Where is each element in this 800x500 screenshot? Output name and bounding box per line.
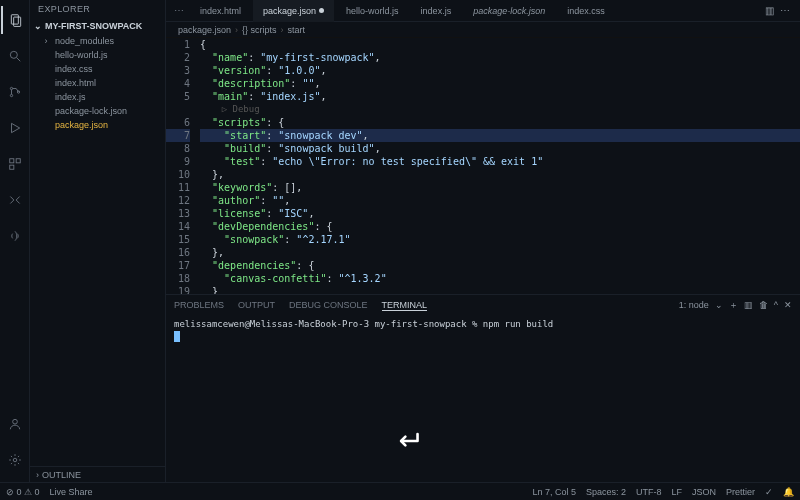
tree-item-hello-world-js[interactable]: hello-world.js (40, 48, 165, 62)
code-line[interactable]: "snowpack": "^2.17.1" (200, 233, 800, 246)
code-line[interactable]: "test": "echo \"Error: no test specified… (200, 155, 800, 168)
terminal-shell-label[interactable]: 1: node (679, 300, 709, 310)
sidebar-folder[interactable]: ⌄MY-FIRST-SNOWPACK (30, 18, 165, 34)
terminal[interactable]: melissamcewen@Melissas-MacBook-Pro-3 my-… (166, 315, 800, 482)
svg-rect-10 (9, 165, 13, 169)
code-line[interactable]: } (200, 285, 800, 294)
chevron-down-icon[interactable]: ⌄ (715, 300, 723, 310)
search-icon[interactable] (1, 42, 29, 70)
status-item[interactable]: Live Share (50, 487, 93, 497)
code-line[interactable]: "start": "snowpack dev", (200, 129, 800, 142)
close-panel-icon[interactable]: ✕ (784, 300, 792, 310)
status-item[interactable]: ✓ (765, 487, 773, 497)
code-line[interactable]: "name": "my-first-snowpack", (200, 51, 800, 64)
explorer-icon[interactable] (1, 6, 29, 34)
chevron-right-icon: › (281, 25, 284, 35)
status-item[interactable]: Spaces: 2 (586, 487, 626, 497)
maximize-panel-icon[interactable]: ^ (774, 300, 778, 310)
code-line[interactable]: "version": "1.0.0", (200, 64, 800, 77)
status-item[interactable]: ⊘ 0 ⚠ 0 (6, 487, 40, 497)
tab-label: index.html (200, 6, 241, 16)
tree-item-node_modules[interactable]: ›node_modules (40, 34, 165, 48)
status-item[interactable]: Ln 7, Col 5 (532, 487, 576, 497)
tree-item-index-css[interactable]: index.css (40, 62, 165, 76)
code-line[interactable]: "scripts": { (200, 116, 800, 129)
status-item[interactable]: JSON (692, 487, 716, 497)
tab-index-html[interactable]: index.html (190, 0, 251, 22)
code-line[interactable]: "build": "snowpack build", (200, 142, 800, 155)
tab-label: package-lock.json (473, 6, 545, 16)
svg-point-12 (13, 458, 17, 462)
status-bar: ⊘ 0 ⚠ 0Live Share Ln 7, Col 5Spaces: 2UT… (0, 482, 800, 500)
source-control-icon[interactable] (1, 78, 29, 106)
code-line[interactable]: "license": "ISC", (200, 207, 800, 220)
breadcrumb-item[interactable]: start (288, 25, 306, 35)
editor-tabs: ⋯ index.htmlpackage.jsonhello-world.jsin… (166, 0, 800, 22)
code-line[interactable]: "canvas-confetti": "^1.3.2" (200, 272, 800, 285)
trash-icon[interactable]: 🗑 (759, 300, 768, 310)
run-debug-icon[interactable] (1, 114, 29, 142)
tab-package-json[interactable]: package.json (253, 0, 334, 22)
status-item[interactable]: Prettier (726, 487, 755, 497)
code-line[interactable]: { (200, 38, 800, 51)
tree-item-package-lock-json[interactable]: package-lock.json (40, 104, 165, 118)
code-line[interactable]: }, (200, 246, 800, 259)
tab-label: package.json (263, 6, 316, 16)
svg-line-3 (16, 58, 20, 62)
code-line[interactable]: "devDependencies": { (200, 220, 800, 233)
tree-item-label: node_modules (55, 36, 114, 46)
tree-item-index-html[interactable]: index.html (40, 76, 165, 90)
chevron-right-icon: › (40, 36, 52, 46)
tab-label: hello-world.js (346, 6, 399, 16)
tree-item-label: hello-world.js (55, 50, 108, 60)
remote-icon[interactable] (1, 186, 29, 214)
liveshare-icon[interactable] (1, 222, 29, 250)
tree-item-label: package-lock.json (55, 106, 127, 116)
extensions-icon[interactable] (1, 150, 29, 178)
code-line[interactable]: "keywords": [], (200, 181, 800, 194)
code-line[interactable]: }, (200, 168, 800, 181)
svg-point-2 (10, 51, 17, 58)
tab-package-lock-json[interactable]: package-lock.json (463, 0, 555, 22)
tree-item-index-js[interactable]: index.js (40, 90, 165, 104)
panel-tab-problems[interactable]: PROBLEMS (174, 300, 224, 310)
tree-item-label: package.json (55, 120, 108, 130)
settings-gear-icon[interactable] (1, 446, 29, 474)
more-icon[interactable]: ⋯ (780, 5, 790, 16)
terminal-cursor (174, 331, 180, 342)
svg-point-4 (10, 87, 12, 89)
tab-hello-world-js[interactable]: hello-world.js (336, 0, 409, 22)
svg-point-11 (12, 419, 17, 424)
panel-tab-output[interactable]: OUTPUT (238, 300, 275, 310)
code-lines[interactable]: { "name": "my-first-snowpack", "version"… (200, 38, 800, 294)
gutter: 12345678910111213141516171819 (166, 38, 200, 294)
code-line[interactable]: "main": "index.js", (200, 90, 800, 103)
code-line[interactable]: "dependencies": { (200, 259, 800, 272)
new-terminal-icon[interactable]: ＋ (729, 299, 738, 312)
code-editor[interactable]: 12345678910111213141516171819 { "name": … (166, 38, 800, 294)
sidebar-title: EXPLORER (30, 0, 165, 18)
breadcrumb-item[interactable]: {} scripts (242, 25, 277, 35)
activity-bar (0, 0, 30, 482)
split-editor-icon[interactable]: ▥ (765, 5, 774, 16)
code-line[interactable]: "author": "", (200, 194, 800, 207)
editor-area: ⋯ index.htmlpackage.jsonhello-world.jsin… (166, 0, 800, 482)
tab-index-css[interactable]: index.css (557, 0, 615, 22)
tab-index-js[interactable]: index.js (411, 0, 462, 22)
svg-rect-9 (16, 159, 20, 163)
breadcrumb[interactable]: package.json›{} scripts›start (166, 22, 800, 38)
split-terminal-icon[interactable]: ▥ (744, 300, 753, 310)
tree-item-package-json[interactable]: package.json (40, 118, 165, 132)
panel-tab-terminal[interactable]: TERMINAL (382, 300, 428, 311)
status-item[interactable]: 🔔 (783, 487, 794, 497)
status-item[interactable]: UTF-8 (636, 487, 662, 497)
svg-rect-1 (13, 17, 20, 26)
code-line[interactable]: ▷ Debug (200, 103, 800, 116)
breadcrumb-item[interactable]: package.json (178, 25, 231, 35)
account-icon[interactable] (1, 410, 29, 438)
chevron-right-icon: › (36, 470, 39, 480)
outline-section[interactable]: ›OUTLINE (30, 466, 165, 482)
code-line[interactable]: "description": "", (200, 77, 800, 90)
status-item[interactable]: LF (671, 487, 682, 497)
panel-tab-debug-console[interactable]: DEBUG CONSOLE (289, 300, 368, 310)
